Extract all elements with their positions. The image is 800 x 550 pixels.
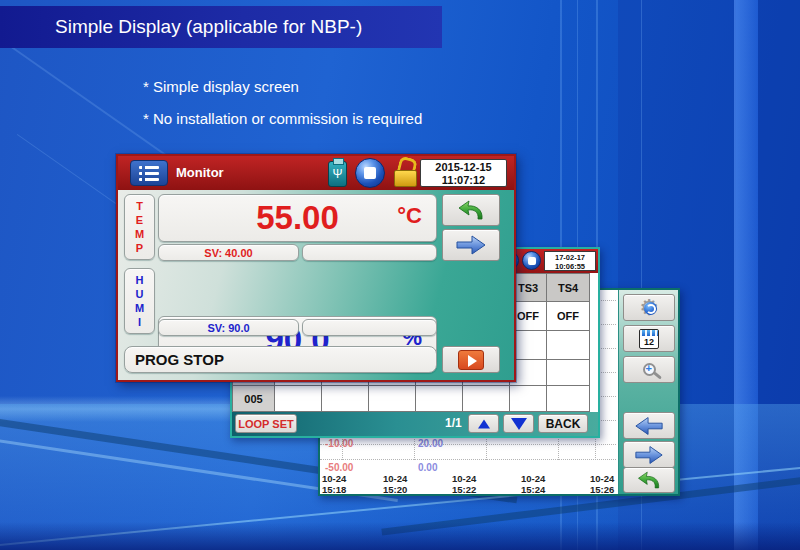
scroll-down-button[interactable] [503, 414, 534, 433]
lock-open-icon[interactable] [394, 159, 415, 187]
datetime-display: 2015-12-15 11:07:12 [420, 159, 507, 187]
refresh-gear-icon: ⚙ [639, 297, 659, 319]
y-axis-label: -10.00 [325, 438, 353, 449]
gridline [320, 459, 616, 460]
table-cell [547, 360, 590, 386]
table-cell [322, 386, 369, 412]
table-cell [547, 331, 590, 360]
table-cell [369, 386, 416, 412]
right-arrow-icon [634, 444, 664, 466]
refresh-button[interactable]: ⚙ [623, 294, 675, 321]
stop-status-icon[interactable] [355, 158, 385, 188]
bullet-point: * Simple display screen [143, 78, 299, 95]
x-axis-label: 10-24 15:20 [383, 474, 427, 495]
x-axis-label: 10-24 15:18 [322, 474, 366, 495]
table-cell [547, 386, 590, 412]
bullet-point: * No installation or commission is requi… [143, 110, 422, 127]
monitor-panel: Monitor Ψ 2015-12-15 11:07:12 TEMP 55.00… [116, 154, 516, 382]
table-cell [275, 386, 322, 412]
table-row: 005 [232, 386, 590, 412]
slide-title: Simple Display (applicable for NBP-) [55, 16, 362, 37]
back-arrow-icon [635, 469, 663, 491]
monitor-body: TEMP 55.00 °C SV: 40.00 HUMI 90.0 % [118, 190, 514, 380]
temp-aux-box[interactable] [302, 244, 437, 261]
next-screen-button[interactable] [442, 229, 500, 261]
menu-button[interactable] [130, 160, 168, 186]
table-cell [416, 386, 463, 412]
y-axis-label: -50.00 [325, 462, 353, 473]
zoom-in-magnifier-icon [643, 363, 656, 376]
datetime-display: 17-02-17 10:06:55 [544, 251, 596, 271]
monitor-header: Monitor Ψ 2015-12-15 11:07:12 [118, 156, 514, 190]
y-axis-label: 20.00 [418, 438, 443, 449]
table-cell [463, 386, 510, 412]
menu-list-icon [139, 166, 159, 181]
column-header: TS4 [547, 273, 590, 302]
humi-channel-label: HUMI [124, 268, 155, 334]
row-header: 005 [232, 386, 275, 412]
back-arrow-icon [455, 198, 487, 222]
play-icon [458, 350, 484, 370]
page-indicator: 1/1 [445, 416, 462, 430]
page-right-button[interactable] [623, 441, 675, 468]
gridline [320, 444, 616, 445]
back-button[interactable]: BACK [538, 414, 588, 433]
return-button[interactable] [442, 194, 500, 226]
temp-value-display: 55.00 °C [158, 194, 437, 242]
temp-setpoint[interactable]: SV: 40.00 [158, 244, 299, 261]
table-cell: OFF [547, 302, 590, 331]
stop-icon [522, 251, 541, 270]
program-footer: LOOP SET 1/1 BACK [232, 412, 598, 436]
table-cell [510, 386, 547, 412]
temp-channel-label: TEMP [124, 194, 155, 260]
x-axis-label: 10-24 15:22 [452, 474, 496, 495]
down-triangle-icon [511, 418, 527, 430]
page-left-button[interactable] [623, 412, 675, 439]
slide-title-banner: Simple Display (applicable for NBP-) [0, 6, 442, 48]
usb-icon: Ψ [328, 161, 347, 187]
program-status-display: PROG STOP [124, 346, 437, 373]
back-button[interactable] [623, 467, 675, 493]
loop-set-button[interactable]: LOOP SET [235, 414, 297, 433]
scroll-up-button[interactable] [468, 414, 499, 433]
y-axis-label: 0.00 [418, 462, 437, 473]
calendar-button[interactable]: 12 [623, 325, 675, 352]
screen-title: Monitor [176, 156, 224, 190]
humi-aux-box[interactable] [302, 319, 437, 336]
background-bottom-band [0, 522, 800, 550]
trend-toolbar: ⚙ 12 [618, 290, 678, 494]
up-triangle-icon [478, 419, 490, 428]
left-arrow-icon [634, 415, 664, 437]
right-arrow-icon [455, 234, 487, 256]
calendar-icon: 12 [639, 329, 659, 349]
zoom-in-button[interactable] [623, 356, 675, 383]
humi-setpoint[interactable]: SV: 90.0 [158, 319, 299, 336]
run-button[interactable] [442, 346, 500, 373]
temp-unit: °C [397, 203, 422, 229]
x-axis-label: 10-24 15:24 [521, 474, 565, 495]
